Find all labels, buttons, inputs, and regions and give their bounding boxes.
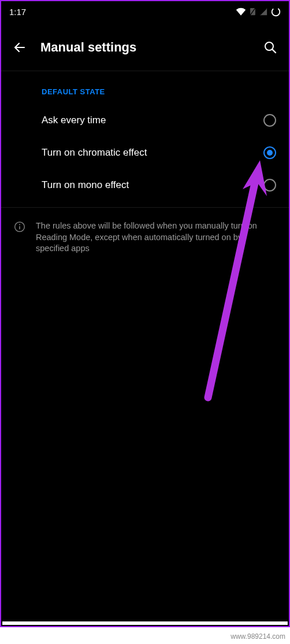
search-button[interactable] (262, 39, 278, 56)
section-title-default-state: DEFAULT STATE (1, 71, 289, 104)
option-label: Ask every time (42, 115, 106, 126)
loading-spinner-icon (271, 7, 281, 17)
svg-point-7 (19, 224, 20, 225)
page-title: Manual settings (40, 40, 250, 55)
sim-disabled-icon (250, 8, 256, 16)
info-text: The rules above will be followed when yo… (36, 220, 276, 255)
status-bar: 1:17 (1, 1, 289, 22)
radio-unselected[interactable] (263, 179, 276, 192)
svg-point-3 (271, 7, 281, 17)
page-header: Manual settings (1, 22, 289, 71)
svg-line-5 (273, 50, 276, 53)
search-icon (263, 41, 277, 54)
signal-disabled-icon (259, 8, 267, 16)
wifi-icon (236, 8, 246, 16)
option-label: Turn on chromatic effect (42, 147, 147, 159)
info-icon (14, 221, 25, 235)
option-ask-every-time[interactable]: Ask every time (1, 104, 289, 137)
back-button[interactable] (12, 39, 28, 56)
arrow-back-icon (13, 41, 27, 54)
svg-rect-8 (19, 226, 20, 230)
option-label: Turn on mono effect (42, 179, 129, 191)
option-chromatic-effect[interactable]: Turn on chromatic effect (1, 137, 289, 169)
info-row: The rules above will be followed when yo… (1, 207, 289, 267)
radio-unselected[interactable] (263, 114, 276, 127)
status-time: 1:17 (9, 7, 26, 17)
option-mono-effect[interactable]: Turn on mono effect (1, 169, 289, 201)
watermark: www.989214.com (230, 632, 285, 641)
nav-bar (2, 621, 288, 625)
radio-selected[interactable] (263, 146, 276, 159)
